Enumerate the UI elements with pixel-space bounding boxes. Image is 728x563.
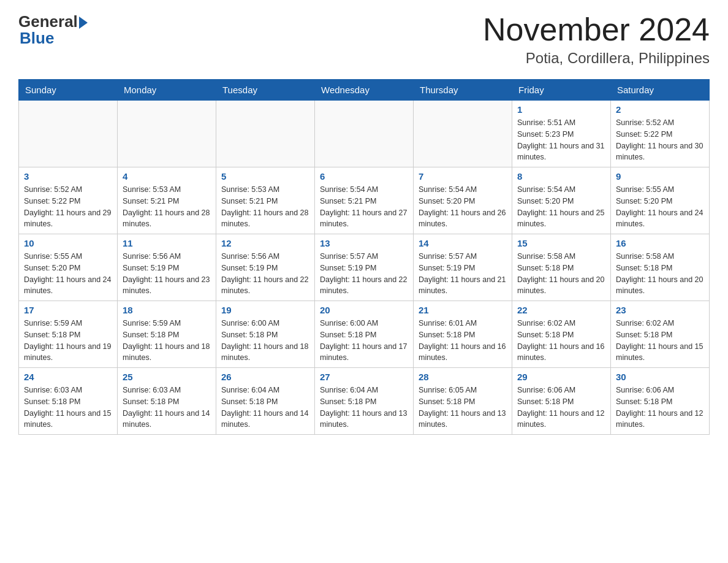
day-info: Sunrise: 6:03 AMSunset: 5:18 PMDaylight:… (123, 385, 211, 431)
logo-blue-text: Blue (20, 29, 54, 48)
calendar-cell: 19Sunrise: 6:00 AMSunset: 5:18 PMDayligh… (216, 301, 315, 368)
day-info: Sunrise: 6:06 AMSunset: 5:18 PMDaylight:… (517, 385, 605, 431)
calendar-cell: 13Sunrise: 5:57 AMSunset: 5:19 PMDayligh… (315, 234, 414, 301)
calendar-week-row: 10Sunrise: 5:55 AMSunset: 5:20 PMDayligh… (19, 234, 710, 301)
calendar-cell: 9Sunrise: 5:55 AMSunset: 5:20 PMDaylight… (611, 167, 710, 234)
calendar-week-row: 3Sunrise: 5:52 AMSunset: 5:22 PMDaylight… (19, 167, 710, 234)
day-number: 17 (24, 305, 112, 315)
page-title: November 2024 (483, 12, 710, 47)
calendar-cell: 4Sunrise: 5:53 AMSunset: 5:21 PMDaylight… (118, 167, 216, 234)
calendar-cell: 28Sunrise: 6:05 AMSunset: 5:18 PMDayligh… (414, 368, 512, 435)
page-subtitle: Potia, Cordillera, Philippines (483, 50, 710, 67)
day-info: Sunrise: 5:56 AMSunset: 5:19 PMDaylight:… (221, 251, 309, 297)
calendar-header-thursday: Thursday (414, 80, 512, 101)
day-number: 26 (221, 372, 309, 382)
calendar-header-saturday: Saturday (611, 80, 710, 101)
calendar-cell (118, 101, 216, 167)
calendar-cell: 10Sunrise: 5:55 AMSunset: 5:20 PMDayligh… (19, 234, 118, 301)
day-number: 25 (123, 372, 211, 382)
calendar-cell: 8Sunrise: 5:54 AMSunset: 5:20 PMDaylight… (512, 167, 611, 234)
day-number: 27 (320, 372, 408, 382)
calendar-cell (315, 101, 414, 167)
day-info: Sunrise: 6:06 AMSunset: 5:18 PMDaylight:… (616, 385, 704, 431)
calendar-cell: 7Sunrise: 5:54 AMSunset: 5:20 PMDaylight… (414, 167, 512, 234)
day-number: 14 (419, 238, 507, 248)
calendar-cell: 29Sunrise: 6:06 AMSunset: 5:18 PMDayligh… (512, 368, 611, 435)
day-info: Sunrise: 5:53 AMSunset: 5:21 PMDaylight:… (221, 184, 309, 230)
calendar-cell: 3Sunrise: 5:52 AMSunset: 5:22 PMDaylight… (19, 167, 118, 234)
day-info: Sunrise: 5:59 AMSunset: 5:18 PMDaylight:… (24, 318, 112, 364)
day-info: Sunrise: 5:56 AMSunset: 5:19 PMDaylight:… (123, 251, 211, 297)
calendar-cell: 12Sunrise: 5:56 AMSunset: 5:19 PMDayligh… (216, 234, 315, 301)
day-info: Sunrise: 5:55 AMSunset: 5:20 PMDaylight:… (24, 251, 112, 297)
day-info: Sunrise: 5:52 AMSunset: 5:22 PMDaylight:… (24, 184, 112, 230)
day-number: 18 (123, 305, 211, 315)
day-info: Sunrise: 6:04 AMSunset: 5:18 PMDaylight:… (221, 385, 309, 431)
calendar-cell: 16Sunrise: 5:58 AMSunset: 5:18 PMDayligh… (611, 234, 710, 301)
calendar-cell: 6Sunrise: 5:54 AMSunset: 5:21 PMDaylight… (315, 167, 414, 234)
day-number: 8 (517, 171, 605, 182)
calendar-table: SundayMondayTuesdayWednesdayThursdayFrid… (18, 79, 710, 435)
calendar-week-row: 1Sunrise: 5:51 AMSunset: 5:23 PMDaylight… (19, 101, 710, 167)
day-info: Sunrise: 6:05 AMSunset: 5:18 PMDaylight:… (419, 385, 507, 431)
calendar-cell: 21Sunrise: 6:01 AMSunset: 5:18 PMDayligh… (414, 301, 512, 368)
calendar-cell: 27Sunrise: 6:04 AMSunset: 5:18 PMDayligh… (315, 368, 414, 435)
calendar-cell: 15Sunrise: 5:58 AMSunset: 5:18 PMDayligh… (512, 234, 611, 301)
day-number: 13 (320, 238, 408, 248)
day-number: 16 (616, 238, 704, 248)
day-number: 12 (221, 238, 309, 248)
day-number: 21 (419, 305, 507, 315)
calendar-cell: 1Sunrise: 5:51 AMSunset: 5:23 PMDaylight… (512, 101, 611, 167)
day-number: 15 (517, 238, 605, 248)
day-number: 23 (616, 305, 704, 315)
day-number: 9 (616, 171, 704, 182)
day-info: Sunrise: 6:02 AMSunset: 5:18 PMDaylight:… (517, 318, 605, 364)
calendar-cell: 17Sunrise: 5:59 AMSunset: 5:18 PMDayligh… (19, 301, 118, 368)
calendar-header-row: SundayMondayTuesdayWednesdayThursdayFrid… (19, 80, 710, 101)
day-info: Sunrise: 5:53 AMSunset: 5:21 PMDaylight:… (123, 184, 211, 230)
day-number: 1 (517, 104, 605, 115)
calendar-header-sunday: Sunday (19, 80, 118, 101)
calendar-cell: 20Sunrise: 6:00 AMSunset: 5:18 PMDayligh… (315, 301, 414, 368)
day-number: 29 (517, 372, 605, 382)
calendar-cell: 25Sunrise: 6:03 AMSunset: 5:18 PMDayligh… (118, 368, 216, 435)
day-info: Sunrise: 6:00 AMSunset: 5:18 PMDaylight:… (221, 318, 309, 364)
day-number: 11 (123, 238, 211, 248)
day-number: 5 (221, 171, 309, 182)
day-number: 10 (24, 238, 112, 248)
day-info: Sunrise: 5:57 AMSunset: 5:19 PMDaylight:… (320, 251, 408, 297)
day-info: Sunrise: 6:04 AMSunset: 5:18 PMDaylight:… (320, 385, 408, 431)
calendar-header-monday: Monday (118, 80, 216, 101)
calendar-cell: 14Sunrise: 5:57 AMSunset: 5:19 PMDayligh… (414, 234, 512, 301)
day-info: Sunrise: 5:54 AMSunset: 5:21 PMDaylight:… (320, 184, 408, 230)
calendar-cell (216, 101, 315, 167)
day-info: Sunrise: 5:54 AMSunset: 5:20 PMDaylight:… (517, 184, 605, 230)
day-number: 28 (419, 372, 507, 382)
calendar-header-friday: Friday (512, 80, 611, 101)
calendar-week-row: 24Sunrise: 6:03 AMSunset: 5:18 PMDayligh… (19, 368, 710, 435)
day-number: 7 (419, 171, 507, 182)
calendar-week-row: 17Sunrise: 5:59 AMSunset: 5:18 PMDayligh… (19, 301, 710, 368)
day-info: Sunrise: 5:59 AMSunset: 5:18 PMDaylight:… (123, 318, 211, 364)
day-number: 22 (517, 305, 605, 315)
calendar-header-wednesday: Wednesday (315, 80, 414, 101)
calendar-cell: 26Sunrise: 6:04 AMSunset: 5:18 PMDayligh… (216, 368, 315, 435)
day-info: Sunrise: 5:52 AMSunset: 5:22 PMDaylight:… (616, 117, 704, 163)
day-info: Sunrise: 6:00 AMSunset: 5:18 PMDaylight:… (320, 318, 408, 364)
day-info: Sunrise: 6:03 AMSunset: 5:18 PMDaylight:… (24, 385, 112, 431)
calendar-cell: 22Sunrise: 6:02 AMSunset: 5:18 PMDayligh… (512, 301, 611, 368)
day-info: Sunrise: 5:54 AMSunset: 5:20 PMDaylight:… (419, 184, 507, 230)
day-number: 6 (320, 171, 408, 182)
day-number: 24 (24, 372, 112, 382)
calendar-cell: 11Sunrise: 5:56 AMSunset: 5:19 PMDayligh… (118, 234, 216, 301)
calendar-cell: 24Sunrise: 6:03 AMSunset: 5:18 PMDayligh… (19, 368, 118, 435)
day-number: 30 (616, 372, 704, 382)
calendar-header-tuesday: Tuesday (216, 80, 315, 101)
page-header: General Blue November 2024 Potia, Cordil… (18, 12, 710, 67)
day-number: 2 (616, 104, 704, 115)
day-number: 20 (320, 305, 408, 315)
calendar-cell: 18Sunrise: 5:59 AMSunset: 5:18 PMDayligh… (118, 301, 216, 368)
day-info: Sunrise: 5:58 AMSunset: 5:18 PMDaylight:… (517, 251, 605, 297)
day-number: 19 (221, 305, 309, 315)
logo: General Blue (18, 12, 88, 48)
